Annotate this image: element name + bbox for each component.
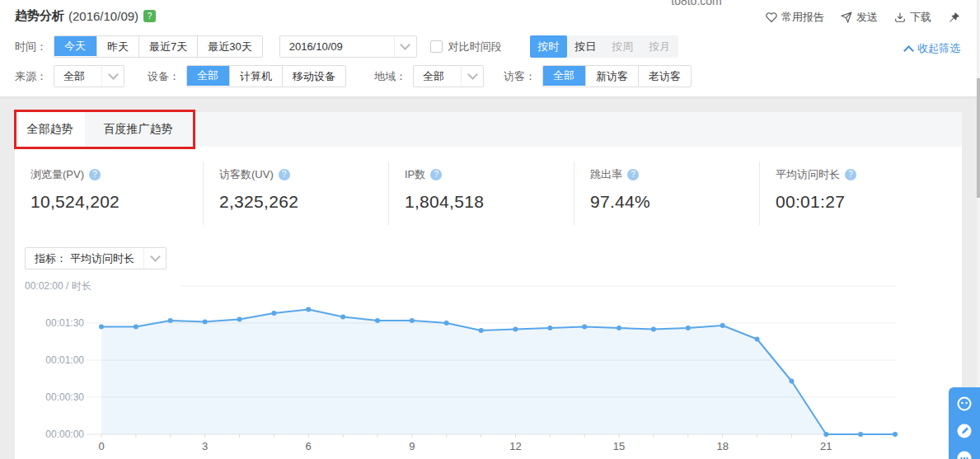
compare-period-checkbox[interactable] — [430, 40, 443, 53]
svg-text:00:01:30: 00:01:30 — [45, 317, 84, 329]
metric-ip-label: IP数 — [405, 167, 425, 182]
chat-icon[interactable] — [955, 449, 973, 459]
time-range-segment: 今天 昨天 最近7天 最近30天 — [54, 35, 263, 58]
svg-text:00:02:00 / 时长: 00:02:00 / 时长 — [25, 280, 91, 292]
help-icon[interactable]: ? — [845, 169, 856, 180]
svg-text:15: 15 — [613, 440, 625, 452]
region-select-value: 全部 — [414, 69, 461, 84]
time-option-today[interactable]: 今天 — [54, 35, 96, 56]
chevron-up-icon — [903, 45, 914, 56]
collapse-filters-link[interactable]: 收起筛选 — [905, 41, 960, 56]
metric-pv: 浏览量(PV)? 10,524,202 — [15, 162, 204, 225]
site-domain-text: to8to.com — [639, 0, 754, 7]
svg-text:21: 21 — [820, 440, 832, 452]
device-option-all[interactable]: 全部 — [186, 65, 229, 86]
title-help-icon[interactable]: ? — [143, 10, 156, 22]
download-button[interactable]: 下载 — [894, 10, 931, 25]
time-option-last30days[interactable]: 最近30天 — [197, 36, 261, 57]
chevron-down-icon — [150, 251, 161, 262]
favorite-report-button[interactable]: 常用报告 — [766, 10, 824, 25]
page-title: 趋势分析 — [15, 8, 64, 24]
metric-pv-value: 10,524,202 — [30, 192, 203, 212]
feedback-pen-icon[interactable] — [955, 422, 973, 440]
favorite-report-label: 常用报告 — [781, 10, 824, 25]
send-icon — [841, 12, 852, 23]
granularity-daily[interactable]: 按日 — [567, 35, 604, 58]
tab-baidu-promotion-trend[interactable]: 百度推广趋势 — [85, 112, 191, 147]
visitor-option-returning[interactable]: 老访客 — [638, 66, 691, 87]
chevron-down-icon — [400, 40, 410, 50]
heart-icon — [766, 12, 777, 23]
granularity-monthly: 按月 — [641, 35, 678, 58]
svg-text:00:00:30: 00:00:30 — [45, 391, 84, 403]
collapse-filters-label: 收起筛选 — [917, 41, 960, 56]
scrollbar-thumb[interactable] — [977, 78, 980, 198]
metric-avg-duration-label: 平均访问时长 — [776, 167, 840, 182]
pin-icon — [948, 12, 960, 24]
date-select-arrow[interactable] — [394, 36, 416, 57]
send-button[interactable]: 发送 — [841, 10, 878, 25]
page-title-date: (2016/10/09) — [68, 9, 138, 23]
source-select[interactable]: 全部 — [54, 65, 124, 87]
compare-period-label: 对比时间段 — [448, 40, 502, 54]
help-icon[interactable]: ? — [430, 169, 442, 180]
header-actions: 常用报告 发送 下载 — [766, 10, 960, 25]
time-filter-label: 时间： — [15, 40, 47, 54]
metric-bounce-rate: 跳出率? 97.44% — [574, 162, 760, 225]
header-filter-panel: 趋势分析 (2016/10/09) ? 常用报告 发送 下载 时间： — [0, 0, 980, 97]
date-select-value: 2016/10/09 — [280, 40, 394, 53]
tab-all-trend[interactable]: 全部趋势 — [15, 112, 85, 147]
metric-ip: IP数? 1,804,518 — [389, 162, 574, 225]
page-title-row: 趋势分析 (2016/10/09) ? — [15, 8, 156, 24]
device-filter-label: 设备： — [148, 69, 180, 84]
source-select-value: 全部 — [54, 69, 101, 84]
granularity-hourly[interactable]: 按时 — [530, 35, 567, 58]
visitor-segment: 全部 新访客 老访客 — [542, 65, 692, 87]
source-select-arrow[interactable] — [101, 66, 124, 87]
svg-text:0: 0 — [98, 440, 104, 452]
time-filter-row: 时间： 今天 昨天 最近7天 最近30天 2016/10/09 对比时间段 按时… — [15, 35, 678, 58]
svg-text:12: 12 — [509, 440, 521, 452]
metric-avg-duration: 平均访问时长? 00:01:27 — [760, 162, 962, 225]
metric-uv-label: 访客数(UV) — [219, 167, 274, 182]
visitor-option-new[interactable]: 新访客 — [585, 66, 638, 87]
metric-uv: 访客数(UV)? 2,325,262 — [204, 162, 389, 225]
device-option-pc[interactable]: 计算机 — [229, 66, 282, 87]
granularity-segment: 按时 按日 按周 按月 — [530, 35, 678, 58]
metric-bounce-rate-label: 跳出率 — [590, 167, 622, 182]
help-icon[interactable]: ? — [627, 169, 639, 180]
metric-uv-value: 2,325,262 — [219, 192, 388, 212]
chart-metric-select-arrow[interactable] — [143, 248, 166, 269]
metric-summary-row: 浏览量(PV)? 10,524,202 访客数(UV)? 2,325,262 I… — [15, 162, 962, 225]
customer-service-icon[interactable] — [955, 395, 973, 413]
device-option-mobile[interactable]: 移动设备 — [282, 66, 345, 87]
chevron-down-icon — [108, 69, 119, 80]
region-filter-label: 地域： — [374, 69, 406, 84]
date-select[interactable]: 2016/10/09 — [279, 35, 417, 58]
send-label: 发送 — [856, 10, 878, 25]
dimension-filter-row: 来源： 全部 设备： 全部 计算机 移动设备 地域： 全部 访客： 全部 新访客… — [15, 65, 692, 87]
help-icon[interactable]: ? — [279, 169, 290, 180]
help-icon[interactable]: ? — [89, 169, 101, 180]
svg-text:9: 9 — [409, 440, 415, 452]
chevron-down-icon — [467, 69, 478, 80]
floating-toolbar — [949, 387, 980, 459]
metric-pv-label: 浏览量(PV) — [30, 167, 84, 182]
pin-button[interactable] — [948, 12, 960, 24]
visitor-option-all[interactable]: 全部 — [542, 65, 585, 86]
visitor-filter-label: 访客： — [504, 69, 536, 84]
region-select-arrow[interactable] — [461, 66, 483, 87]
trend-tabbar: 全部趋势 百度推广趋势 — [15, 112, 962, 147]
metric-ip-value: 1,804,518 — [405, 192, 574, 212]
svg-text:18: 18 — [716, 440, 728, 452]
chart-metric-select[interactable]: 指标：平均访问时长 — [25, 247, 166, 269]
time-option-last7days[interactable]: 最近7天 — [138, 36, 197, 57]
chart-metric-select-value: 指标：平均访问时长 — [26, 251, 143, 266]
metric-bounce-rate-value: 97.44% — [590, 192, 759, 212]
time-option-yesterday[interactable]: 昨天 — [96, 36, 138, 57]
download-icon — [894, 12, 906, 23]
svg-text:6: 6 — [306, 440, 312, 452]
svg-text:3: 3 — [202, 440, 208, 452]
region-select[interactable]: 全部 — [413, 65, 484, 87]
trend-chart[interactable]: 00:00:0000:00:3000:01:0000:01:3000:02:00… — [15, 277, 962, 459]
